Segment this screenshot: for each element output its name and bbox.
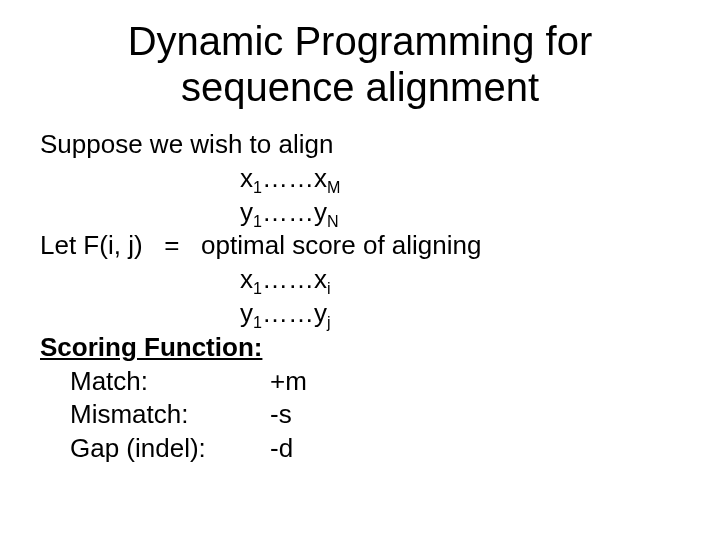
gap-row: Gap (indel): -d [40,432,680,466]
slide-title: Dynamic Programming for sequence alignme… [40,18,680,110]
sequence-y-line: y1……yN [40,196,680,230]
x-dots: …… [262,163,314,193]
scoring-function-header: Scoring Function: [40,331,680,365]
mismatch-value: -s [270,398,292,432]
y-var: y [240,197,253,227]
yj-var-end: y [314,298,327,328]
xi-dots: …… [262,264,314,294]
slide: Dynamic Programming for sequence alignme… [0,0,720,540]
yj-var: y [240,298,253,328]
sub-sequence-x-line: x1……xi [40,263,680,297]
mismatch-label: Mismatch: [40,398,270,432]
match-value: +m [270,365,307,399]
gap-value: -d [270,432,293,466]
gap-label: Gap (indel): [40,432,270,466]
y-sub-n: N [327,212,339,230]
let-f-line: Let F(i, j) = optimal score of aligning [40,229,680,263]
slide-body: Suppose we wish to align x1……xM y1……yN L… [40,128,680,466]
yj-sub-j: j [327,313,331,331]
y-sub-1: 1 [253,212,262,230]
y-var-end: y [314,197,327,227]
yj-sub-1: 1 [253,313,262,331]
x-var-end: x [314,163,327,193]
xi-var-end: x [314,264,327,294]
sequence-x-line: x1……xM [40,162,680,196]
x-var: x [240,163,253,193]
xi-var: x [240,264,253,294]
x-sub-m: M [327,178,340,196]
x-sub-1: 1 [253,178,262,196]
xi-sub-i: i [327,279,331,297]
mismatch-row: Mismatch: -s [40,398,680,432]
xi-sub-1: 1 [253,279,262,297]
match-row: Match: +m [40,365,680,399]
match-label: Match: [40,365,270,399]
y-dots: …… [262,197,314,227]
sub-sequence-y-line: y1……yj [40,297,680,331]
suppose-line: Suppose we wish to align [40,128,680,162]
yj-dots: …… [262,298,314,328]
